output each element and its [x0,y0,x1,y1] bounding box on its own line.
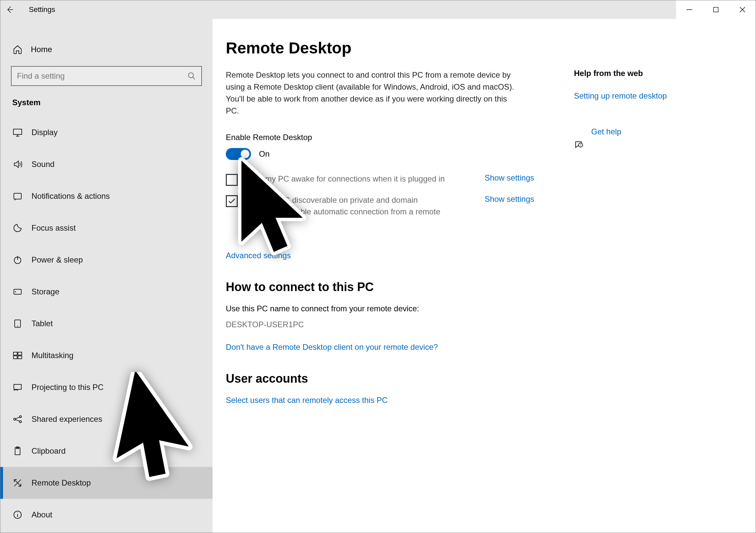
nav-list: Display Sound Notifications & actions Fo… [0,116,213,531]
sidebar-section-label: System [0,95,213,116]
about-icon [12,509,23,520]
sidebar-item-label: Multitasking [31,351,74,360]
shared-icon [12,414,23,424]
discoverable-show-settings-link[interactable]: Show settings [485,194,534,204]
sidebar-item-label: Projecting to this PC [31,383,103,392]
svg-text:?: ? [580,144,582,147]
connect-hint: Use this PC name to connect from your re… [226,304,534,313]
sidebar: Home System Display Sound [0,19,213,533]
svg-rect-11 [14,356,17,359]
home-label: Home [31,45,52,54]
keep-awake-text: Keep my PC awake for connections when it… [244,173,445,185]
toggle-knob [241,150,249,158]
main: Remote Desktop Remote Desktop lets you c… [213,19,756,533]
pc-name: DESKTOP-USER1PC [226,320,534,329]
toggle-state-label: On [259,149,270,159]
back-button[interactable] [0,0,19,19]
storage-icon [12,286,23,297]
sidebar-item-clipboard[interactable]: Clipboard [0,435,213,467]
get-help-link[interactable]: Get help [591,127,621,136]
enable-remote-desktop-toggle-row: On [226,148,534,160]
page-title: Remote Desktop [226,39,534,57]
sidebar-item-storage[interactable]: Storage [0,276,213,308]
svg-point-15 [20,416,22,418]
advanced-settings-link[interactable]: Advanced settings [226,251,291,260]
svg-point-8 [17,326,18,327]
keep-awake-row: Keep my PC awake for connections when it… [226,173,534,186]
enable-remote-desktop-label: Enable Remote Desktop [226,133,534,142]
display-icon [12,127,23,138]
help-from-web-heading: Help from the web [574,69,756,78]
svg-rect-3 [14,193,22,199]
sidebar-item-label: Clipboard [31,446,66,456]
minimize-button[interactable] [676,0,703,19]
clipboard-icon [12,446,23,456]
sidebar-item-about[interactable]: About [0,499,213,531]
get-help-icon: ? [574,140,584,150]
get-help-row[interactable]: ? Get help [574,127,756,163]
remote-desktop-icon [12,478,23,488]
sidebar-item-label: Remote Desktop [31,478,91,488]
client-download-link[interactable]: Don't have a Remote Desktop client on yo… [226,343,534,352]
svg-rect-5 [14,289,22,294]
home-icon [12,44,23,55]
aside-help: Help from the web Setting up remote desk… [534,39,756,533]
discoverable-checkbox[interactable] [226,195,238,207]
sidebar-item-display[interactable]: Display [0,116,213,148]
user-accounts-heading: User accounts [226,372,534,386]
search-icon [187,72,196,80]
sidebar-item-label: Sound [31,160,54,169]
window-controls [676,0,756,19]
svg-rect-9 [14,352,17,355]
sidebar-item-label: About [31,510,52,519]
setup-remote-desktop-link[interactable]: Setting up remote desktop [574,91,756,101]
sidebar-item-label: Notifications & actions [31,191,110,201]
focus-assist-icon [12,223,23,233]
sidebar-item-label: Shared experiences [31,415,102,424]
search-wrap [0,60,213,95]
sound-icon [12,159,23,170]
sidebar-item-shared-experiences[interactable]: Shared experiences [0,403,213,435]
svg-rect-0 [714,7,718,12]
power-icon [12,255,23,265]
svg-point-6 [15,291,16,292]
search-input[interactable] [11,66,202,86]
projecting-icon [12,382,23,393]
sidebar-item-label: Power & sleep [31,255,83,265]
discoverable-text: Make my PC discoverable on private and d… [244,194,450,229]
svg-rect-10 [18,352,22,355]
body: Home System Display Sound [0,19,756,533]
titlebar: Settings [0,0,756,19]
sidebar-item-label: Tablet [31,319,53,328]
how-to-connect-heading: How to connect to this PC [226,280,534,294]
select-users-link[interactable]: Select users that can remotely access th… [226,396,388,405]
svg-point-1 [188,73,193,78]
tablet-icon [12,318,23,329]
settings-window: Settings Home [0,0,756,533]
sidebar-item-focus-assist[interactable]: Focus assist [0,212,213,244]
notifications-icon [12,191,23,201]
multitasking-icon [12,350,23,361]
keep-awake-show-settings-link[interactable]: Show settings [485,173,534,183]
sidebar-item-multitasking[interactable]: Multitasking [0,340,213,371]
sidebar-item-projecting[interactable]: Projecting to this PC [0,371,213,403]
close-button[interactable] [729,0,756,19]
window-title: Settings [29,5,55,14]
svg-point-16 [20,421,22,423]
maximize-button[interactable] [703,0,729,19]
sidebar-item-sound[interactable]: Sound [0,148,213,180]
discoverable-row: Make my PC discoverable on private and d… [226,194,534,229]
svg-rect-13 [14,384,22,389]
sidebar-item-power-sleep[interactable]: Power & sleep [0,244,213,276]
svg-rect-12 [18,356,22,359]
enable-remote-desktop-toggle[interactable] [226,148,251,160]
sidebar-item-label: Focus assist [31,223,76,233]
sidebar-item-label: Storage [31,287,59,296]
home-nav[interactable]: Home [0,39,213,60]
sidebar-item-notifications[interactable]: Notifications & actions [0,180,213,212]
sidebar-item-tablet[interactable]: Tablet [0,308,213,340]
content: Remote Desktop Remote Desktop lets you c… [226,39,534,533]
keep-awake-checkbox[interactable] [226,174,238,186]
sidebar-item-remote-desktop[interactable]: Remote Desktop [0,467,213,499]
page-description: Remote Desktop lets you connect to and c… [226,69,521,117]
